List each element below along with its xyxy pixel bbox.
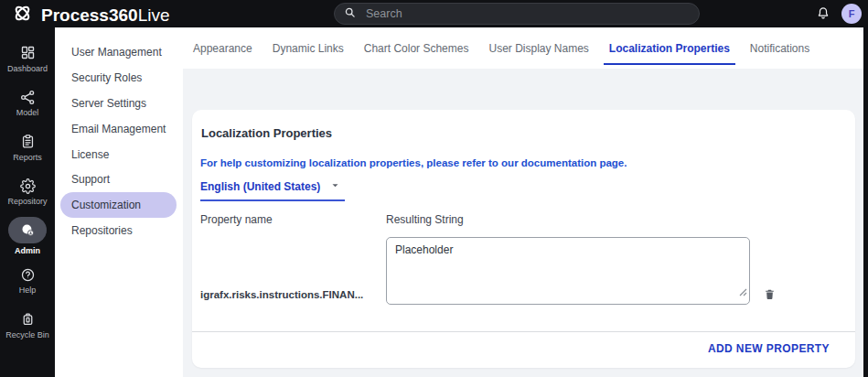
main-content: Appearance Dynamic Links Chart Color Sch… [183, 27, 863, 377]
app-logo: Process360Live [12, 3, 170, 27]
sidebar-item-label: Model [16, 108, 39, 117]
menu-item-support[interactable]: Support [55, 167, 183, 192]
menu-item-customization[interactable]: Customization [60, 192, 177, 218]
sidebar-item-recycle-bin[interactable]: Recycle Bin [0, 303, 55, 348]
admin-menu: User Management Security Roles Server Se… [55, 27, 183, 377]
sidebar-item-label: Reports [13, 153, 42, 162]
help-text[interactable]: For help customizing localization proper… [200, 157, 627, 168]
divider [192, 331, 855, 332]
language-selector-value: English (United States) [200, 180, 320, 193]
sidebar-item-help[interactable]: Help [0, 259, 55, 304]
menu-item-license[interactable]: License [55, 142, 183, 167]
column-header-resulting-string: Resulting String [386, 213, 464, 226]
table-column-headers: Property name Resulting String [200, 213, 464, 226]
add-new-property-button[interactable]: ADD NEW PROPERTY [702, 341, 835, 356]
sidebar-item-model[interactable]: Model [0, 81, 55, 126]
menu-item-email-management[interactable]: Email Management [55, 116, 183, 142]
app-title: Process360Live [41, 5, 170, 27]
tab-user-display-names[interactable]: User Display Names [478, 27, 598, 69]
tab-appearance[interactable]: Appearance [183, 27, 263, 69]
menu-item-user-management[interactable]: User Management [55, 39, 183, 65]
sidebar-item-label: Repository [7, 197, 47, 206]
tab-notifications[interactable]: Notifications [740, 27, 820, 69]
sidebar-item-label: Dashboard [7, 64, 48, 73]
sidebar-item-reports[interactable]: Reports [0, 125, 55, 170]
reports-icon [19, 134, 36, 150]
sidebar-item-label: Recycle Bin [5, 330, 49, 339]
help-icon [19, 266, 36, 283]
tab-localization-properties[interactable]: Localization Properties [599, 27, 740, 69]
topbar: Process360Live F [0, 0, 868, 27]
icon-rail: Dashboard Model Reports Repository [0, 27, 55, 377]
table-row: igrafx.risks.instructions.FINAN... Place… [200, 237, 776, 305]
sidebar-item-label: Admin [15, 246, 40, 255]
search-input[interactable] [364, 6, 690, 21]
admin-icon [8, 217, 47, 243]
tab-chart-color-schemes[interactable]: Chart Color Schemes [354, 27, 479, 69]
global-search[interactable] [334, 3, 700, 25]
sidebar-item-admin[interactable]: Admin [0, 214, 55, 259]
menu-item-security-roles[interactable]: Security Roles [55, 65, 183, 91]
avatar[interactable]: F [841, 4, 862, 24]
recycle-bin-icon [19, 311, 36, 328]
repository-icon [19, 178, 36, 194]
trash-icon[interactable] [763, 287, 776, 302]
page-title: Localization Properties [201, 126, 332, 140]
localization-properties-card: Localization Properties For help customi… [192, 110, 855, 368]
property-name-value: igrafx.risks.instructions.FINAN... [200, 289, 386, 305]
tabbar: Appearance Dynamic Links Chart Color Sch… [183, 27, 863, 69]
model-icon [19, 89, 36, 105]
sidebar-item-dashboard[interactable]: Dashboard [0, 37, 55, 81]
tab-dynamic-links[interactable]: Dynamic Links [263, 27, 354, 69]
process360-logo-icon [12, 3, 33, 27]
sidebar-item-label: Help [19, 285, 37, 295]
menu-item-server-settings[interactable]: Server Settings [55, 91, 183, 116]
chevron-down-icon [329, 179, 341, 194]
sidebar-item-repository[interactable]: Repository [0, 170, 55, 215]
column-header-property-name: Property name [200, 213, 386, 226]
menu-item-repositories[interactable]: Repositories [55, 218, 183, 243]
search-icon [344, 5, 356, 22]
bell-icon[interactable] [815, 5, 831, 22]
language-selector[interactable]: English (United States) [200, 179, 345, 201]
resulting-string-input[interactable]: Placeholder [386, 237, 750, 305]
dashboard-icon [19, 45, 36, 61]
